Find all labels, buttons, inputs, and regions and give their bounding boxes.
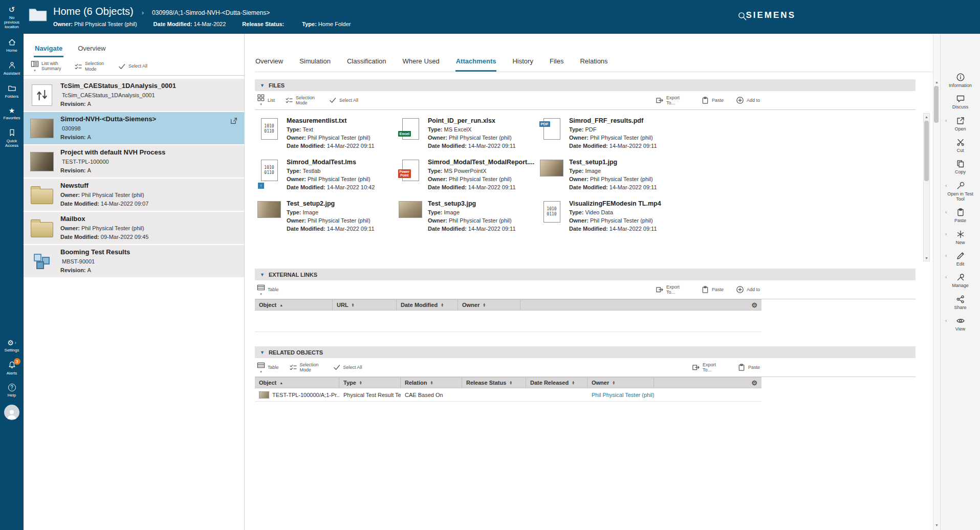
file-name[interactable]: Simrod_FRF_results.pdf [569,117,657,124]
column-object[interactable]: Object▲ [255,378,339,388]
breadcrumb[interactable]: 030998/A;1-Simrod-NVH-<Dutta-Siemens> [152,9,270,16]
column-relation[interactable]: Relation▲▼ [401,378,462,388]
sidebar-item-assistant[interactable]: Assistant [0,57,24,80]
sidebar-item-favorites[interactable]: ★ Favorites [0,103,24,124]
sidebar-item-quick-access[interactable]: Quick Access [0,124,24,152]
file-tile-test-setup1[interactable]: Test_setup1.jpg Type:Image Owner:Phil Ph… [539,159,681,192]
column-owner[interactable]: Owner▲▼ [587,378,654,388]
tab-files[interactable]: Files [549,57,564,72]
column-owner[interactable]: Owner▲▼ [458,300,520,310]
main-scrollbar[interactable]: ▲ ▼ [933,34,940,530]
command-paste[interactable]: ‹ Paste [941,205,980,226]
list-item-simrod-nvh[interactable]: Simrod-NVH-<Dutta-Siemens> 030998 Revisi… [24,112,244,144]
column-date-released[interactable]: Date Released▲▼ [526,378,587,388]
scrollbar-thumb[interactable] [924,121,929,181]
user-avatar[interactable] [4,405,19,420]
command-edit[interactable]: ‹ Edit [941,248,980,270]
tab-overview[interactable]: Overview [255,57,284,72]
command-new[interactable]: ‹ New [941,227,980,248]
file-tile-modalreport[interactable]: PowerPoint Simrod_ModalTest_ModalReport.… [398,159,539,192]
column-date-modified[interactable]: Date Modified▲▼ [397,300,458,310]
command-manage[interactable]: ‹ Manage [941,270,980,291]
scroll-down-icon[interactable]: ▼ [933,522,940,528]
command-open-in-test-tool[interactable]: ‹ Open in Test Tool [941,178,980,205]
command-copy[interactable]: Copy [941,156,980,178]
selection-mode-button[interactable]: Selection Mode [289,362,322,373]
command-share[interactable]: Share [941,292,980,313]
file-name[interactable]: Simrod_ModalTest.lms [287,159,375,166]
tab-simulation[interactable]: Simulation [299,57,331,72]
file-tile-test-setup2[interactable]: Test_setup2.jpg Type:Image Owner:Phil Ph… [257,200,398,233]
open-object-button[interactable] [230,117,238,125]
command-information[interactable]: Information [941,70,980,91]
file-tile-modaltest[interactable]: 10100110 ↑ Simrod_ModalTest.lms Type:Tes… [257,159,398,192]
file-name[interactable]: Test_setup3.jpg [428,200,516,207]
scroll-up-icon[interactable]: ▲ [933,79,940,85]
selection-mode-button[interactable]: Selection Mode [285,95,318,106]
list-item-mailbox[interactable]: Mailbox Owner:Phil Physical Tester (phil… [24,212,244,244]
tab-overview-left[interactable]: Overview [77,45,106,57]
scroll-down-icon[interactable]: ▼ [924,255,929,261]
sidebar-item-settings[interactable]: ⚙› Settings [0,335,24,357]
sidebar-item-alerts[interactable]: 3 Alerts [0,357,24,380]
paste-button[interactable]: Paste [737,362,760,373]
related-objects-section-header[interactable]: ▼ RELATED OBJECTS [255,346,916,358]
file-name[interactable]: Simrod_ModalTest_ModalReport.... [428,159,534,166]
column-url[interactable]: URL▲▼ [333,300,397,310]
files-section-header[interactable]: ▼ FILES [255,79,916,91]
add-to-button[interactable]: Add to [736,95,760,106]
export-to-button[interactable]: Export To... [656,95,689,106]
file-name[interactable]: Test_setup1.jpg [569,159,657,166]
export-to-button[interactable]: Export To... [656,284,689,295]
view-table-button[interactable]: ▾ Table [257,361,279,374]
cell-object[interactable]: TEST-TPL-100000/A;1-Pr... [255,391,339,399]
paste-button[interactable]: Paste [701,95,724,106]
files-scrollbar[interactable]: ▲ ▼ [923,113,930,261]
list-with-summary-button[interactable]: ▾ List with Summary [31,60,64,73]
command-discuss[interactable]: Discuss [941,91,980,113]
tab-attachments[interactable]: Attachments [455,57,497,72]
column-release-status[interactable]: Release Status▲▼ [462,378,526,388]
paste-button[interactable]: Paste [701,284,724,295]
view-list-button[interactable]: ▾ List [257,94,275,106]
tab-navigate[interactable]: Navigate [34,45,63,57]
table-settings-gear-icon[interactable]: ⚙ [751,379,757,387]
command-open[interactable]: ‹ Open [941,113,980,135]
sidebar-item-help[interactable]: ? Help [0,380,24,402]
file-tile-frf-results[interactable]: PDF Simrod_FRF_results.pdf Type:PDF Owne… [539,117,681,150]
column-object[interactable]: Object▲ [255,300,333,310]
table-row[interactable]: TEST-TPL-100000/A;1-Pr... Physical Test … [255,388,761,402]
file-tile-point-id[interactable]: Excel Point_ID_per_run.xlsx Type:MS Exce… [398,117,539,150]
view-table-button[interactable]: ▾ Table [257,283,279,296]
file-tile-visualizing-fe-modes[interactable]: 10100110 VisualizingFEModesin TL.mp4 Typ… [539,200,681,233]
sidebar-item-folders[interactable]: Folders [0,80,24,103]
column-type[interactable]: Type▲▼ [339,378,401,388]
file-name[interactable]: Point_ID_per_run.xlsx [428,117,516,124]
list-item-tcsim[interactable]: TcSim_CAEStatus_1DAnalysis_0001 TcSim_CA… [24,79,244,111]
file-tile-test-setup3[interactable]: Test_setup3.jpg Type:Image Owner:Phil Ph… [398,200,539,233]
scrollbar-thumb[interactable] [934,86,939,123]
tab-classification[interactable]: Classification [346,57,387,72]
table-settings-gear-icon[interactable]: ⚙ [751,301,757,309]
list-item-newstuff[interactable]: Newstuff Owner:Phil Physical Tester (phi… [24,179,244,211]
cell-owner[interactable]: Phil Physical Tester (phil) [587,392,654,398]
list-item-project-nvh[interactable]: Project with default NVH Process TEST-TP… [24,145,244,178]
external-links-section-header[interactable]: ▼ EXTERNAL LINKS [255,269,916,280]
file-name[interactable]: Measurementlist.txt [287,117,375,124]
command-cut[interactable]: Cut [941,135,980,156]
select-all-button[interactable]: Select All [118,62,147,71]
export-to-button[interactable]: Export To... [692,362,725,373]
list-item-booming-test-results[interactable]: Booming Test Results MBST-90001 Revision… [24,245,244,277]
back-button[interactable]: ↺ No previous location [0,0,24,34]
tab-history[interactable]: History [512,57,533,72]
add-to-button[interactable]: Add to [736,284,760,295]
tab-where-used[interactable]: Where Used [402,57,440,72]
scroll-up-icon[interactable]: ▲ [924,114,929,120]
select-all-button[interactable]: Select All [333,363,362,371]
tab-relations[interactable]: Relations [579,57,608,72]
command-view[interactable]: ‹ View [941,313,980,335]
file-name[interactable]: VisualizingFEModesin TL.mp4 [569,200,661,207]
file-tile-measurementlist[interactable]: 10100110 Measurementlist.txt Type:Text O… [257,117,398,150]
selection-mode-button[interactable]: Selection Mode [74,61,107,72]
file-name[interactable]: Test_setup2.jpg [287,200,375,207]
